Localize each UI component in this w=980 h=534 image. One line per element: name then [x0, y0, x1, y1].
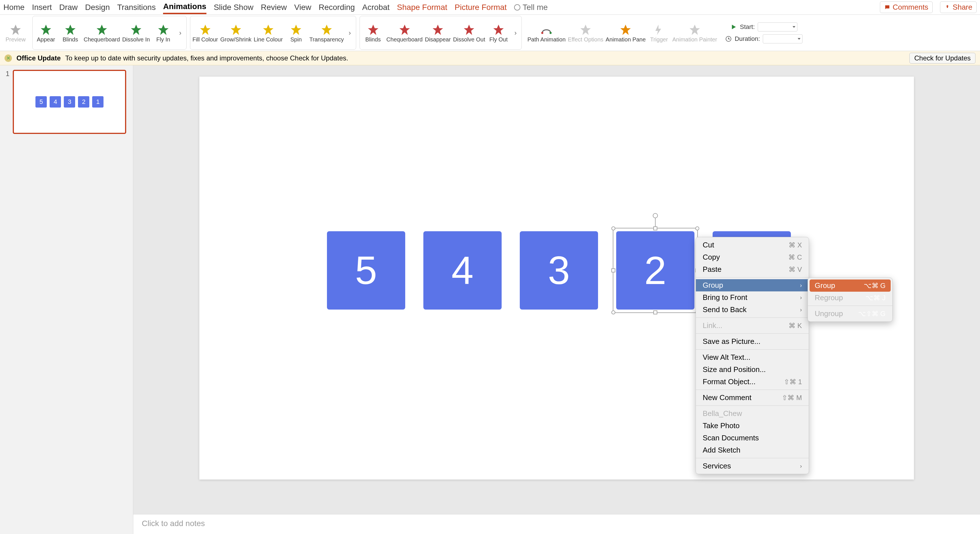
effect-spin[interactable]: Spin	[285, 24, 307, 42]
start-field[interactable]	[758, 22, 797, 32]
tab-insert[interactable]: Insert	[32, 1, 52, 14]
ctx-label: Save as Picture...	[703, 337, 760, 346]
ctx-send-to-back[interactable]: Send to Back›	[696, 304, 809, 316]
tab-acrobat[interactable]: Acrobat	[362, 1, 390, 14]
sub-regroup[interactable]: Regroup⌥⌘ J	[808, 292, 892, 304]
tab-home[interactable]: Home	[3, 1, 25, 14]
star-icon	[463, 24, 475, 36]
ctx-paste[interactable]: Paste⌘ V	[696, 263, 809, 276]
effect-transparency[interactable]: Transparency	[309, 24, 344, 42]
ctx-scan-documents[interactable]: Scan Documents	[696, 432, 809, 444]
sub-ungroup[interactable]: Ungroup⌥⇧⌘ G	[808, 308, 892, 320]
ctx-label: Send to Back	[703, 305, 747, 314]
effect-exit-blinds[interactable]: Blinds	[362, 24, 384, 42]
effect-grow-shrink[interactable]: Grow/Shrink	[220, 24, 251, 42]
canvas-scroll[interactable]: 5 4 3 2	[133, 65, 980, 514]
sub-group[interactable]: Group⌥⌘ G	[810, 279, 891, 292]
more-entrance[interactable]: ›	[177, 29, 184, 37]
check-updates-button[interactable]: Check for Updates	[909, 53, 975, 64]
svg-marker-4	[131, 24, 141, 35]
ctx-label: New Comment	[703, 393, 751, 402]
tab-review[interactable]: Review	[261, 1, 287, 14]
tab-slideshow[interactable]: Slide Show	[214, 1, 253, 14]
tab-transitions[interactable]: Transitions	[117, 1, 156, 14]
ctx-label: Regroup	[815, 293, 843, 302]
ctx-label: Add Sketch	[703, 446, 740, 454]
animation-pane-button[interactable]: Animation Pane	[606, 24, 646, 42]
more-emphasis[interactable]: ›	[346, 29, 353, 37]
resize-handle[interactable]	[695, 226, 699, 230]
ctx-new-comment[interactable]: New Comment⇧⌘ M	[696, 392, 809, 404]
effect-fly-out[interactable]: Fly Out	[487, 24, 509, 42]
thumbnail-1[interactable]: 1 5 4 3 2 1	[6, 70, 127, 134]
ctx-view-alt-text[interactable]: View Alt Text...	[696, 351, 809, 363]
tell-me[interactable]: Tell me	[514, 3, 548, 12]
ctx-size-position[interactable]: Size and Position...	[696, 363, 809, 376]
update-bar: ✕ Office Update To keep up to date with …	[0, 51, 980, 65]
play-icon	[730, 24, 737, 30]
star-icon	[230, 24, 242, 36]
svg-marker-1	[41, 24, 51, 35]
slide-canvas[interactable]: 5 4 3 2	[199, 77, 914, 480]
ctx-link[interactable]: Link...⌘ K	[696, 319, 809, 332]
share-button[interactable]: Share	[940, 2, 977, 13]
ctx-services[interactable]: Services›	[696, 460, 809, 472]
effect-chequerboard[interactable]: Chequerboard	[84, 24, 120, 42]
ctx-add-sketch[interactable]: Add Sketch	[696, 444, 809, 456]
ctx-format-object[interactable]: Format Object...⇧⌘ 1	[696, 376, 809, 388]
tab-shape-format[interactable]: Shape Format	[397, 1, 447, 14]
animation-painter-button[interactable]: Animation Painter	[672, 24, 717, 42]
ctx-save-as-picture[interactable]: Save as Picture...	[696, 335, 809, 347]
mini-shape: 5	[35, 96, 47, 108]
effect-fill-colour[interactable]: Fill Colour	[192, 24, 218, 42]
shape-5[interactable]: 5	[327, 231, 405, 309]
chevron-right-icon: ›	[800, 306, 802, 313]
comments-button[interactable]: Comments	[880, 2, 933, 13]
tab-draw[interactable]: Draw	[59, 1, 78, 14]
star-icon	[199, 24, 212, 36]
effect-exit-chequerboard[interactable]: Chequerboard	[387, 24, 423, 42]
preview-group: Preview	[2, 16, 29, 49]
tab-animations[interactable]: Animations	[163, 0, 206, 14]
ctx-cut[interactable]: Cut⌘ X	[696, 239, 809, 251]
duration-field[interactable]	[763, 34, 802, 43]
resize-handle[interactable]	[611, 268, 615, 273]
resize-handle[interactable]	[611, 311, 615, 314]
svg-marker-10	[321, 24, 332, 35]
effect-blinds[interactable]: Blinds	[59, 24, 81, 42]
effect-dissolve-out[interactable]: Dissolve Out	[453, 24, 485, 42]
more-exit[interactable]: ›	[512, 29, 519, 37]
tab-bar: Home Insert Draw Design Transitions Anim…	[0, 0, 980, 15]
effect-options-button[interactable]: Effect Options	[568, 24, 603, 42]
trigger-button[interactable]: Trigger	[648, 24, 670, 42]
notes-pane[interactable]: Click to add notes	[133, 514, 980, 534]
shortcut: ⌘ X	[789, 241, 802, 249]
ctx-label: Group	[815, 281, 835, 290]
resize-handle[interactable]	[653, 311, 657, 314]
close-icon[interactable]: ✕	[5, 54, 12, 62]
shape-4[interactable]: 4	[423, 231, 502, 309]
effect-appear[interactable]: Appear	[35, 24, 57, 42]
rotation-handle[interactable]	[653, 213, 658, 218]
preview-label: Preview	[5, 37, 25, 42]
effect-fly-in[interactable]: Fly In	[152, 24, 174, 42]
tab-recording[interactable]: Recording	[319, 1, 355, 14]
emphasis-effects: Fill Colour Grow/Shrink Line Colour Spin…	[190, 16, 356, 49]
resize-handle[interactable]	[611, 226, 615, 230]
effect-line-colour[interactable]: Line Colour	[254, 24, 283, 42]
effect-dissolve-in[interactable]: Dissolve In	[122, 24, 150, 42]
path-animation-button[interactable]: Path Animation	[527, 24, 566, 42]
update-message: To keep up to date with security updates…	[65, 54, 348, 62]
preview-button[interactable]: Preview	[5, 24, 27, 42]
ctx-copy[interactable]: Copy⌘ C	[696, 251, 809, 263]
tab-design[interactable]: Design	[85, 1, 110, 14]
shape-3[interactable]: 3	[520, 231, 598, 309]
resize-handle[interactable]	[653, 226, 657, 230]
ctx-bring-to-front[interactable]: Bring to Front›	[696, 292, 809, 304]
tab-picture-format[interactable]: Picture Format	[455, 1, 507, 14]
tab-view[interactable]: View	[294, 1, 311, 14]
ctx-take-photo[interactable]: Take Photo	[696, 420, 809, 432]
effect-disappear[interactable]: Disappear	[425, 24, 450, 42]
shortcut: ⌘ K	[789, 322, 802, 330]
ctx-group[interactable]: Group› Group⌥⌘ G Regroup⌥⌘ J Ungroup⌥⇧⌘ …	[696, 279, 809, 292]
